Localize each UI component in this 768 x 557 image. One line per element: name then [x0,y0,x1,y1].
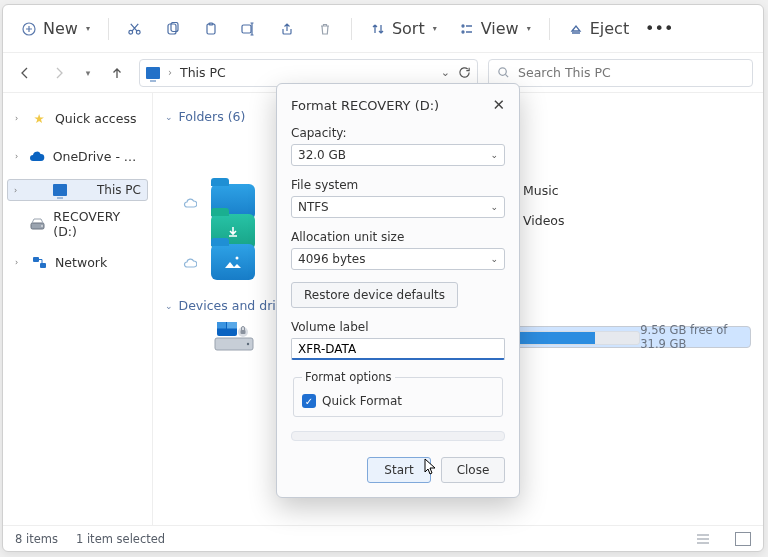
quick-format-label: Quick Format [322,394,402,408]
chevron-down-icon: ▾ [86,24,90,33]
search-input[interactable] [516,64,744,81]
chevron-right-icon: › [15,152,21,161]
details-view-toggle[interactable] [695,532,711,546]
new-button[interactable]: New ▾ [13,14,98,44]
chevron-down-icon: ⌄ [490,202,498,212]
chevron-right-icon: › [14,186,22,195]
this-pc-icon [146,67,160,79]
folder-item[interactable]: Videos [479,212,763,228]
view-button[interactable]: View ▾ [451,14,539,44]
sidebar-item-network[interactable]: › Network [7,247,148,277]
checkbox-checked-icon: ✓ [302,394,316,408]
chevron-down-icon: ▾ [527,24,531,33]
allocation-value: 4096 bytes [298,252,365,266]
search-icon [497,66,510,79]
dialog-title: Format RECOVERY (D:) [291,98,439,113]
sidebar-item-label: OneDrive - Personal [53,149,140,164]
svg-point-8 [462,25,464,27]
address-dropdown[interactable]: ⌄ [441,66,450,79]
recent-chevron[interactable]: ▾ [81,61,95,85]
share-button[interactable] [271,14,303,44]
chevron-down-icon: ⌄ [165,112,173,122]
svg-point-22 [247,343,249,345]
volume-label-label: Volume label [291,320,505,334]
allocation-label: Allocation unit size [291,230,505,244]
sidebar-item-this-pc[interactable]: › This PC [7,179,148,201]
sidebar: › ★ Quick access › OneDrive - Personal ›… [3,93,153,525]
delete-button[interactable] [309,14,341,44]
paste-icon [203,21,219,37]
group-label: Folders (6) [179,109,246,124]
drive-free-text: 9.56 GB free of 31.9 GB [640,323,744,351]
search-box[interactable] [488,59,753,87]
svg-point-10 [499,68,506,75]
os-drive-icon [213,319,255,355]
sidebar-item-onedrive[interactable]: › OneDrive - Personal [7,141,148,171]
svg-rect-24 [217,322,226,329]
capacity-value: 32.0 GB [298,148,346,162]
format-options-group: Format options ✓ Quick Format [293,370,503,417]
capacity-select[interactable]: 32.0 GB ⌄ [291,144,505,166]
volume-label-input[interactable] [291,338,505,360]
chevron-right-icon: › [168,67,172,78]
separator [351,18,352,40]
rename-icon [241,21,257,37]
chevron-down-icon: ⌄ [165,301,173,311]
more-icon: ••• [651,21,667,37]
separator [549,18,550,40]
cloud-status-icon [183,257,197,268]
sidebar-item-label: RECOVERY (D:) [53,209,140,239]
chevron-down-icon: ▾ [433,24,437,33]
forward-button[interactable] [47,61,71,85]
tiles-view-toggle[interactable] [735,532,751,546]
restore-defaults-button[interactable]: Restore device defaults [291,282,458,308]
svg-rect-15 [40,263,46,268]
folder-icon [211,244,255,280]
sidebar-item-label: Network [55,255,107,270]
quick-format-checkbox[interactable]: ✓ Quick Format [302,394,494,408]
svg-rect-3 [168,24,176,34]
sidebar-item-label: This PC [97,183,141,197]
plus-icon [21,21,37,37]
copy-button[interactable] [157,14,189,44]
chevron-down-icon: ⌄ [490,150,498,160]
folder-item[interactable]: Music [479,182,763,198]
svg-rect-25 [227,322,237,329]
close-dialog-button[interactable]: Close [441,457,505,483]
location-text: This PC [180,65,226,80]
cloud-icon [29,148,45,164]
eject-button[interactable]: Eject [560,14,637,44]
scissors-icon [127,21,143,37]
rename-button[interactable] [233,14,265,44]
progress-bar [291,431,505,441]
up-button[interactable] [105,61,129,85]
status-selected-count: 1 item selected [76,532,165,546]
status-bar: 8 items 1 item selected [3,525,763,551]
more-button[interactable]: ••• [643,14,675,44]
copy-icon [165,21,181,37]
paste-button[interactable] [195,14,227,44]
allocation-select[interactable]: 4096 bytes ⌄ [291,248,505,270]
close-button[interactable]: ✕ [492,96,505,114]
pc-icon [53,184,67,196]
sidebar-item-recovery[interactable]: RECOVERY (D:) [7,209,148,239]
sort-button[interactable]: Sort ▾ [362,14,445,44]
svg-rect-14 [33,257,39,262]
back-button[interactable] [13,61,37,85]
cut-button[interactable] [119,14,151,44]
svg-point-20 [236,257,239,260]
cloud-status-icon [183,197,197,208]
svg-point-13 [42,225,44,227]
refresh-button[interactable] [458,66,471,79]
view-label: View [481,19,519,38]
separator [108,18,109,40]
filesystem-select[interactable]: NTFS ⌄ [291,196,505,218]
eject-label: Eject [590,19,629,38]
start-button[interactable]: Start [367,457,431,483]
svg-point-2 [137,30,141,34]
folder-label: Music [523,183,559,198]
format-dialog: Format RECOVERY (D:) ✕ Capacity: 32.0 GB… [276,83,520,498]
image-icon [211,244,255,280]
share-icon [279,21,295,37]
sidebar-item-quick-access[interactable]: › ★ Quick access [7,103,148,133]
